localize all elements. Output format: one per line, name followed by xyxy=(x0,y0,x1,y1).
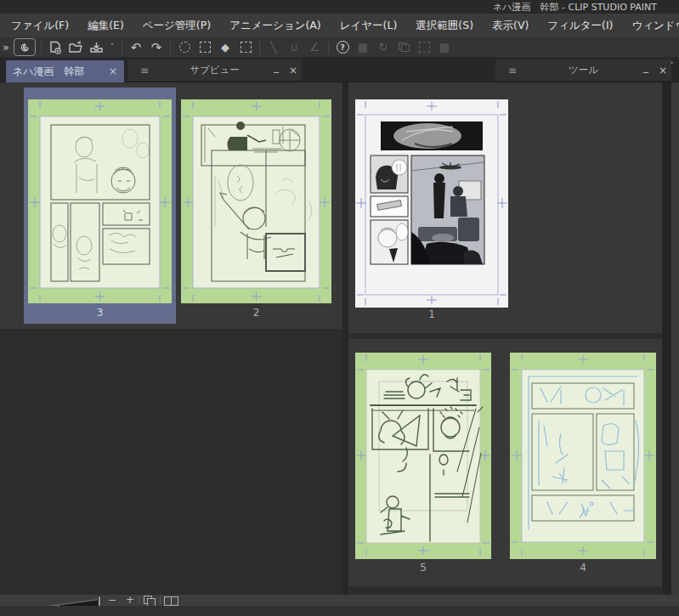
subview-menu-icon[interactable]: ≡ xyxy=(127,65,161,76)
tool-panel-overflow-icon[interactable]: ˅ xyxy=(670,61,674,71)
tab-strip: ネハ漫画 幹部 × ≡ サブビュー _ × ≡ ツール _ × xyxy=(0,58,679,82)
page-thumbnail-4[interactable]: 4 xyxy=(510,353,656,575)
single-page-view-icon[interactable] xyxy=(143,596,156,605)
page-thumbnail-1[interactable]: 1 xyxy=(355,99,508,322)
subview-panel-title: サブビュー xyxy=(161,64,268,76)
open-file-icon[interactable] xyxy=(65,38,86,57)
menu-window[interactable]: ウィンドウ(W) xyxy=(622,14,679,37)
page-2-number: 2 xyxy=(181,307,331,319)
toolbar-separator xyxy=(328,41,329,54)
clip-studio-logo-button[interactable] xyxy=(14,38,36,56)
subview-close-icon[interactable]: × xyxy=(285,62,302,79)
deselect-icon[interactable] xyxy=(174,38,195,57)
subview-panel-header: ≡ サブビュー _ × xyxy=(127,59,302,82)
document-tab-close-icon[interactable]: × xyxy=(109,65,117,77)
new-file-icon[interactable] xyxy=(45,38,65,57)
tone-visibility-icon[interactable]: ▦ xyxy=(353,38,373,57)
spread-view-icon[interactable] xyxy=(164,596,178,605)
menu-view[interactable]: 表示(V) xyxy=(483,14,538,37)
page-2-artwork xyxy=(181,99,331,303)
subview-minimize-icon[interactable]: _ xyxy=(268,59,285,76)
snap-ruler-icon[interactable]: ╲ xyxy=(263,38,284,57)
document-tab[interactable]: ネハ漫画 幹部 × xyxy=(6,60,124,82)
page-thumbnail-2[interactable]: 2 xyxy=(181,88,331,324)
page-3-number: 3 xyxy=(24,307,176,319)
menu-filter[interactable]: フィルター(I) xyxy=(538,14,622,37)
redo-icon[interactable]: ↷ xyxy=(146,38,167,57)
menu-file[interactable]: ファイル(F) xyxy=(2,14,78,37)
menu-edit[interactable]: 編集(E) xyxy=(78,14,133,37)
page-1-number: 1 xyxy=(355,308,508,320)
window-title: ネハ漫画 幹部 - CLIP STUDIO PAINT xyxy=(493,1,657,14)
menu-bar: ファイル(F) 編集(E) ページ管理(P) アニメーション(A) レイヤー(L… xyxy=(0,14,679,37)
page-3-artwork xyxy=(28,99,172,303)
page-move-icon[interactable] xyxy=(393,38,414,57)
snap-special-ruler-icon[interactable]: ∪ xyxy=(284,38,304,57)
zoom-out-button[interactable]: − xyxy=(105,594,119,606)
toolbar-separator xyxy=(170,41,171,54)
snap-angle-icon[interactable]: ∠ xyxy=(304,38,325,57)
clip-studio-logo-icon xyxy=(19,42,31,54)
zoom-in-button[interactable]: + xyxy=(123,594,137,606)
thumbnail-zoom-slider[interactable] xyxy=(36,596,100,605)
page-4-number: 4 xyxy=(510,562,656,574)
collapse-caret-icon[interactable]: ˄ xyxy=(56,604,60,613)
menu-selection[interactable]: 選択範囲(S) xyxy=(406,14,483,37)
page-4-artwork xyxy=(510,353,656,559)
reselect-icon[interactable] xyxy=(195,38,215,57)
page-5-number: 5 xyxy=(355,562,491,574)
undo-icon[interactable]: ↶ xyxy=(126,38,146,57)
command-bar: » ˅ ↶ ↷ ◆ ╲ ∪ ∠ ? ▦ ↻ xyxy=(0,37,679,58)
invert-selection-icon[interactable]: ◆ xyxy=(215,38,235,57)
save-dropdown-icon[interactable]: ˅ xyxy=(106,38,118,57)
vertical-scrollbar[interactable] xyxy=(662,82,671,586)
bottom-edge-strip: ˄ xyxy=(0,606,679,616)
page-5-artwork xyxy=(355,353,491,559)
tool-minimize-icon[interactable]: _ xyxy=(637,59,654,76)
document-tab-label: ネハ漫画 幹部 xyxy=(13,65,85,79)
clip-studio-paint-window: ネハ漫画 幹部 - CLIP STUDIO PAINT ファイル(F) 編集(E… xyxy=(0,0,679,616)
toolbar-separator xyxy=(259,41,260,54)
frame-border-icon[interactable] xyxy=(414,38,434,57)
rotate-view-icon[interactable]: ↻ xyxy=(373,38,393,57)
page-1-artwork xyxy=(355,99,508,308)
help-icon[interactable]: ? xyxy=(332,38,353,57)
page-thumbnail-5[interactable]: 5 xyxy=(355,353,491,575)
toolbar-overflow-icon[interactable]: » xyxy=(0,38,12,57)
tone-area-icon[interactable]: ▦ xyxy=(434,38,455,57)
tool-panel-header: ≡ ツール _ × xyxy=(495,59,671,82)
menu-animation[interactable]: アニメーション(A) xyxy=(220,14,331,37)
tool-close-icon[interactable]: × xyxy=(654,62,671,79)
title-bar: ネハ漫画 幹部 - CLIP STUDIO PAINT xyxy=(0,0,679,14)
page-manager-status-bar: − + xyxy=(0,595,679,606)
page-thumbnail-3[interactable]: 3 xyxy=(24,88,176,324)
menu-layer[interactable]: レイヤー(L) xyxy=(331,14,407,37)
tool-menu-icon[interactable]: ≡ xyxy=(495,65,529,76)
menu-page-management[interactable]: ページ管理(P) xyxy=(133,14,220,37)
toolbar-separator xyxy=(41,41,42,54)
tool-panel-title: ツール xyxy=(529,64,637,76)
save-file-icon[interactable] xyxy=(86,38,106,57)
toolbar-separator xyxy=(122,41,122,54)
panel-edge-strip xyxy=(671,82,679,595)
selection-border-icon[interactable] xyxy=(235,38,256,57)
